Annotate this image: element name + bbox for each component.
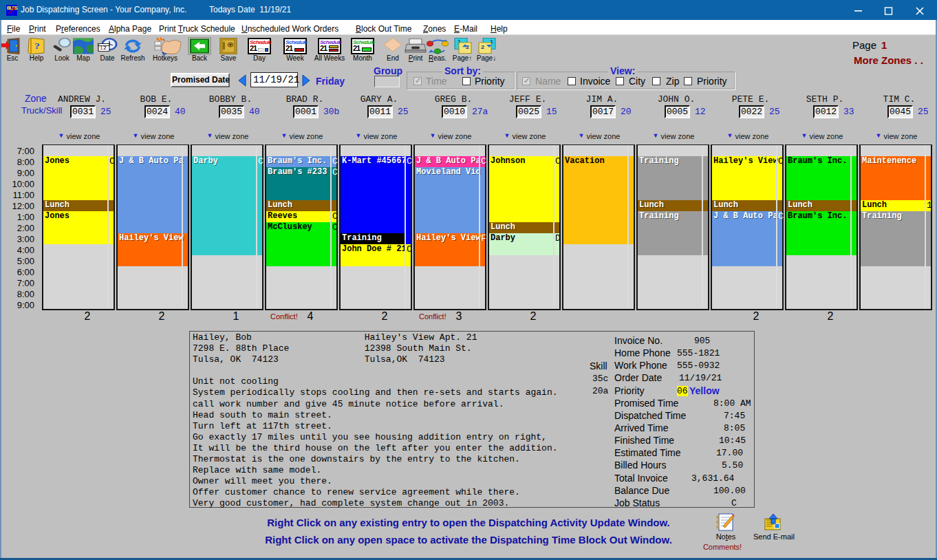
svg-text:2: 2 — [481, 45, 485, 50]
svg-text:?: ? — [34, 41, 40, 51]
svg-text:2: 2 — [103, 46, 107, 51]
